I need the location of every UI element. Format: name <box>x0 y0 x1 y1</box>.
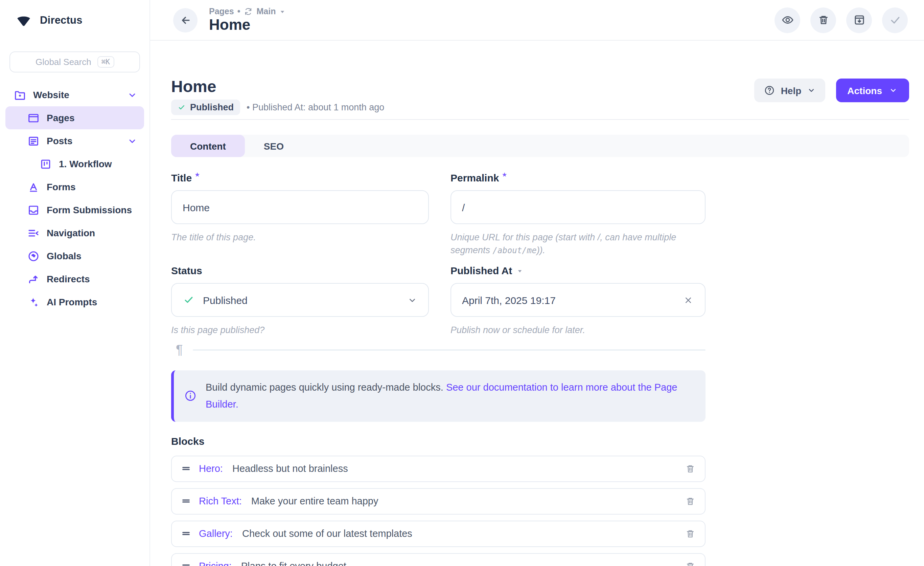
trash-icon[interactable] <box>684 561 696 566</box>
eye-button[interactable] <box>774 7 800 33</box>
status-badge-label: Published <box>190 102 234 112</box>
inbox-icon <box>27 203 40 216</box>
tab-content[interactable]: Content <box>171 135 245 157</box>
block-row-gallery[interactable]: Gallery:Check out some of our latest tem… <box>171 521 705 547</box>
breadcrumb-collection[interactable]: Pages <box>209 7 234 17</box>
archive-button[interactable] <box>846 7 872 33</box>
clear-icon[interactable] <box>682 295 694 306</box>
page-head-left: Home Published • Published At: about 1 m… <box>171 78 384 115</box>
published-at-input[interactable]: April 7th, 2025 19:17 <box>450 283 705 317</box>
trash-icon[interactable] <box>684 528 696 540</box>
trash-button[interactable] <box>810 7 836 33</box>
directus-logo-icon <box>15 12 33 29</box>
info-icon <box>184 390 197 402</box>
chevron-down-icon[interactable] <box>127 136 137 146</box>
page-head: Home Published • Published At: about 1 m… <box>171 78 909 115</box>
block-title: Headless but not brainless <box>232 464 348 474</box>
drag-handle-icon[interactable] <box>181 561 191 566</box>
field-status-note: Is this page published? <box>171 325 429 337</box>
sidebar-item-navigation[interactable]: Navigation <box>5 221 144 244</box>
app: Directus Global Search ⌘K WebsitePagesPo… <box>0 0 924 566</box>
field-title-note: The title of this page. <box>171 232 429 244</box>
field-status-label: Status <box>171 265 429 277</box>
menu-collapse-icon <box>27 226 40 239</box>
trash-icon[interactable] <box>684 463 696 474</box>
trash-icon <box>817 14 830 26</box>
caret-down-icon <box>279 9 285 15</box>
sidebar-item-label: Globals <box>46 250 81 261</box>
sidebar-item-form-submissions[interactable]: Form Submissions <box>5 199 144 221</box>
block-type: Hero: <box>199 464 223 474</box>
chevron-down-icon <box>807 86 815 95</box>
breadcrumb-version[interactable]: Main <box>256 7 276 17</box>
app-logo[interactable]: Directus <box>0 0 150 41</box>
trash-icon[interactable] <box>684 495 696 507</box>
chevron-down-icon[interactable] <box>127 90 137 100</box>
field-status: Status Published Is this page published? <box>171 265 429 337</box>
back-button[interactable] <box>173 8 198 32</box>
arrow-left-icon <box>178 13 192 27</box>
breadcrumb[interactable]: Pages • Main <box>209 7 285 17</box>
pilcrow-icon: ¶ <box>176 343 183 357</box>
help-button[interactable]: Help <box>754 78 825 102</box>
drag-handle-icon[interactable] <box>181 464 191 474</box>
title-input[interactable]: Home <box>171 190 429 224</box>
sidebar-item-posts[interactable]: Posts <box>5 129 144 152</box>
drag-handle-icon[interactable] <box>181 528 191 539</box>
sidebar-item-label: Redirects <box>46 274 90 285</box>
permalink-input[interactable]: / <box>450 190 705 224</box>
published-at-value: April 7th, 2025 19:17 <box>462 295 556 306</box>
published-meta: • Published At: about 1 month ago <box>246 102 384 112</box>
sidebar-item-1-workflow[interactable]: 1. Workflow <box>5 152 144 175</box>
tab-seo[interactable]: SEO <box>245 135 303 157</box>
paragraph-divider: ¶ <box>171 343 705 357</box>
check-icon <box>888 14 902 26</box>
head-buttons: Help Actions <box>754 78 909 102</box>
banner-text: Build dynamic pages quickly using ready-… <box>206 379 692 413</box>
block-row-pricing[interactable]: Pricing:Plans to fit every budget <box>171 553 705 566</box>
status-select[interactable]: Published <box>171 283 429 317</box>
sidebar-item-redirects[interactable]: Redirects <box>5 268 144 291</box>
chevron-down-icon <box>407 295 417 306</box>
field-published-at-note: Publish now or schedule for later. <box>450 325 705 337</box>
search-placeholder: Global Search <box>36 57 92 67</box>
divider-line <box>193 349 705 351</box>
search-shortcut-badge: ⌘K <box>98 56 114 68</box>
sidebar-item-label: Form Submissions <box>46 205 132 215</box>
status-select-value: Published <box>203 295 248 306</box>
sidebar-item-globals[interactable]: Globals <box>5 244 144 268</box>
caret-down-icon[interactable] <box>515 265 523 274</box>
block-title: Make your entire team happy <box>251 496 378 507</box>
required-star-icon: ★ <box>502 172 507 178</box>
field-permalink-note: Unique URL for this page (start with /, … <box>450 232 705 257</box>
drag-handle-icon[interactable] <box>181 496 191 507</box>
title-input-value: Home <box>183 202 210 213</box>
content: Home Published • Published At: about 1 m… <box>150 41 924 566</box>
block-title: Plans to fit every budget <box>241 561 346 566</box>
block-type: Pricing: <box>199 561 232 566</box>
block-title: Check out some of our latest templates <box>242 528 412 539</box>
sparkles-icon <box>27 295 40 309</box>
actions-button-label: Actions <box>847 85 882 96</box>
help-button-label: Help <box>781 85 802 96</box>
info-banner: Build dynamic pages quickly using ready-… <box>171 370 705 422</box>
breadcrumb-separator: • <box>237 7 240 17</box>
folder-star-icon <box>14 88 26 101</box>
actions-button[interactable]: Actions <box>836 78 909 102</box>
blocks-list: Hero:Headless but not brainlessRich Text… <box>171 456 705 566</box>
question-icon <box>764 84 776 96</box>
global-search-input[interactable]: Global Search ⌘K <box>9 51 140 72</box>
check-icon <box>183 294 195 306</box>
sidebar-item-pages[interactable]: Pages <box>5 106 144 129</box>
sidebar-item-forms[interactable]: Forms <box>5 175 144 199</box>
sidebar-item-ai-prompts[interactable]: AI Prompts <box>5 291 144 313</box>
permalink-input-value: / <box>462 202 465 213</box>
sidebar-item-website[interactable]: Website <box>5 83 144 106</box>
block-row-hero[interactable]: Hero:Headless but not brainless <box>171 456 705 482</box>
check-button[interactable] <box>882 7 908 33</box>
sidebar-item-label: Posts <box>46 135 72 146</box>
globe-icon <box>27 250 40 262</box>
tab-strip: ContentSEO <box>171 135 909 157</box>
block-row-rich-text[interactable]: Rich Text:Make your entire team happy <box>171 488 705 515</box>
sidebar-nav: WebsitePagesPosts1. WorkflowFormsForm Su… <box>0 83 150 313</box>
